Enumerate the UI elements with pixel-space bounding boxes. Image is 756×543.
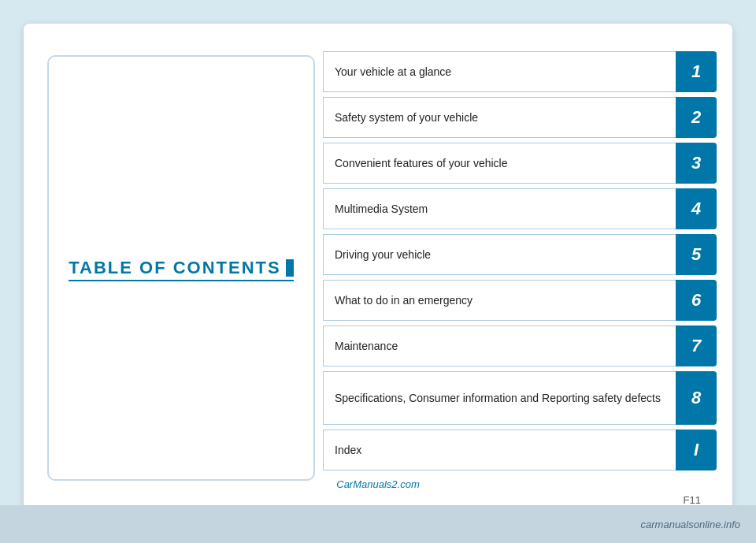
toc-number-7[interactable]: 7 <box>676 325 717 366</box>
toc-label-1: Your vehicle at a glance <box>323 51 676 92</box>
toc-number-6[interactable]: 6 <box>676 280 717 321</box>
toc-label-I: Index <box>323 430 676 470</box>
toc-cursor-icon <box>286 259 294 277</box>
bottom-bar: carmanualsonline.info <box>0 505 756 543</box>
toc-row-I[interactable]: IndexI <box>323 430 717 470</box>
toc-number-8[interactable]: 8 <box>676 371 717 425</box>
toc-label-6: What to do in an emergency <box>323 280 676 321</box>
toc-row-8[interactable]: Specifications, Consumer information and… <box>323 371 717 425</box>
toc-title-underline <box>69 280 293 281</box>
page-number: F11 <box>684 494 701 506</box>
toc-label-2: Safety system of your vehicle <box>323 97 676 138</box>
toc-row-1[interactable]: Your vehicle at a glance1 <box>323 51 717 92</box>
toc-row-7[interactable]: Maintenance7 <box>323 325 717 366</box>
toc-label-7: Maintenance <box>323 325 676 366</box>
footer-watermark: CarManuals2.com <box>336 478 420 490</box>
toc-row-4[interactable]: Multimedia System4 <box>323 188 717 229</box>
toc-list: Your vehicle at a glance1Safety system o… <box>323 51 717 470</box>
toc-row-3[interactable]: Convenient features of your vehicle3 <box>323 143 717 184</box>
toc-number-3[interactable]: 3 <box>676 143 717 184</box>
left-panel: TABLE OF CONTENTS <box>47 55 315 481</box>
toc-title: TABLE OF CONTENTS <box>69 258 293 278</box>
toc-label-5: Driving your vehicle <box>323 234 676 275</box>
toc-row-6[interactable]: What to do in an emergency6 <box>323 280 717 321</box>
toc-number-5[interactable]: 5 <box>676 234 717 275</box>
toc-number-1[interactable]: 1 <box>676 51 717 92</box>
page-container: TABLE OF CONTENTS Your vehicle at a glan… <box>24 24 732 512</box>
toc-label-4: Multimedia System <box>323 188 676 229</box>
toc-number-4[interactable]: 4 <box>676 188 717 229</box>
bottom-logo: carmanualsonline.info <box>641 519 740 530</box>
toc-row-2[interactable]: Safety system of your vehicle2 <box>323 97 717 138</box>
toc-row-5[interactable]: Driving your vehicle5 <box>323 234 717 275</box>
toc-number-2[interactable]: 2 <box>676 97 717 138</box>
toc-title-text: TABLE OF CONTENTS <box>69 258 280 278</box>
toc-label-3: Convenient features of your vehicle <box>323 143 676 184</box>
toc-label-8: Specifications, Consumer information and… <box>323 371 676 425</box>
toc-number-I[interactable]: I <box>676 430 717 470</box>
